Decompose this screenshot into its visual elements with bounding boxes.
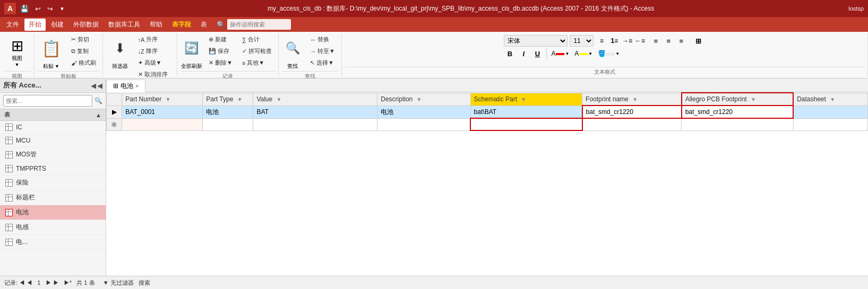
col-header-part-type[interactable]: Part Type ▼ bbox=[203, 93, 253, 106]
col-filter-datasheet[interactable]: ▼ bbox=[830, 97, 835, 102]
align-right-button[interactable]: ≡ bbox=[675, 35, 687, 47]
goto-button[interactable]: → 转至▼ bbox=[307, 46, 338, 57]
nav-item-battery[interactable]: 电池 bbox=[0, 205, 106, 220]
underline-button[interactable]: U bbox=[531, 48, 543, 59]
total-button[interactable]: ∑ 合计 bbox=[239, 34, 275, 45]
cell-new-schematic[interactable] bbox=[470, 118, 582, 130]
background-color-button[interactable]: 🪣 ▼ bbox=[597, 49, 621, 58]
menu-help[interactable]: 帮助 bbox=[145, 19, 167, 31]
filter-button[interactable]: ⬇ bbox=[109, 34, 131, 63]
cell-new-2[interactable] bbox=[203, 118, 253, 130]
highlight-color-button[interactable]: A ▼ bbox=[573, 49, 594, 58]
view-button[interactable]: ⊞ 视图 ▼ bbox=[3, 34, 31, 70]
align-left-button[interactable]: ≡ bbox=[650, 35, 661, 47]
more-title-button[interactable]: ▼ bbox=[57, 5, 67, 13]
numbering-button[interactable]: 1≡ bbox=[608, 35, 620, 47]
redo-button[interactable]: ↪ bbox=[45, 4, 55, 14]
replace-button[interactable]: ↔ 替换 bbox=[307, 34, 338, 45]
find-button[interactable]: 🔍 bbox=[282, 34, 304, 63]
select-button[interactable]: ↖ 选择▼ bbox=[307, 57, 338, 68]
new-record-button[interactable]: ⊕ 新建 bbox=[205, 34, 236, 45]
cell-datasheet-1[interactable] bbox=[793, 106, 867, 118]
nav-item-mos[interactable]: MOS管 bbox=[0, 147, 106, 162]
delete-button[interactable]: ✕ 删除▼ bbox=[205, 57, 236, 68]
indent-less-button[interactable]: ←≡ bbox=[634, 35, 646, 47]
col-header-part-number[interactable]: Part Number ▼ bbox=[122, 93, 203, 106]
row-selector-new[interactable]: ✱ bbox=[107, 118, 122, 130]
bold-button[interactable]: B bbox=[504, 48, 515, 59]
font-color-arrow[interactable]: ▼ bbox=[565, 51, 569, 56]
highlight-arrow[interactable]: ▼ bbox=[588, 51, 592, 56]
cell-new-4[interactable] bbox=[377, 118, 470, 130]
col-header-allegro-footprint[interactable]: Allegro PCB Footprint ▼ bbox=[682, 93, 793, 106]
menu-create[interactable]: 创建 bbox=[47, 19, 68, 31]
grid-button[interactable]: ⊞ bbox=[691, 35, 705, 47]
ascending-button[interactable]: ↑A 升序 bbox=[135, 34, 171, 45]
tab-close-button[interactable]: × bbox=[135, 83, 139, 89]
nav-search-icon[interactable]: 🔍 bbox=[94, 97, 102, 104]
menu-tablefields[interactable]: 表字段 bbox=[168, 19, 195, 31]
font-color-button[interactable]: A ▼ bbox=[550, 49, 570, 58]
col-filter-allegro-footprint[interactable]: ▼ bbox=[751, 97, 756, 102]
align-center-button[interactable]: ≡ bbox=[663, 35, 674, 47]
refresh-all-button[interactable]: 🔄 bbox=[181, 34, 202, 63]
nav-item-tmpprts[interactable]: TMPPRTS bbox=[0, 162, 106, 176]
undo-button[interactable]: ↩ bbox=[33, 4, 43, 14]
cut-button[interactable]: ✂ 剪切 bbox=[68, 34, 99, 45]
table-container[interactable]: Part Number ▼ Part Type ▼ Value ▼ Desc bbox=[106, 92, 868, 276]
format-painter-button[interactable]: 🖌 格式刷 bbox=[68, 57, 99, 68]
nav-item-more[interactable]: 电... bbox=[0, 235, 106, 250]
nav-arrow-right[interactable]: ◀ bbox=[97, 82, 102, 90]
col-header-description[interactable]: Description ▼ bbox=[377, 93, 470, 106]
copy-button[interactable]: ⧉ 复制 bbox=[68, 46, 99, 57]
cell-description-1[interactable]: 电池 bbox=[377, 106, 470, 118]
italic-button[interactable]: I bbox=[518, 48, 529, 59]
cell-new-datasheet[interactable] bbox=[793, 118, 867, 130]
col-header-footprint-name[interactable]: Footprint name ▼ bbox=[582, 93, 682, 106]
cell-part-type-1[interactable]: 电池 bbox=[203, 106, 253, 118]
tab-battery[interactable]: ⊞ 电池 × bbox=[106, 80, 145, 92]
nav-item-inductor[interactable]: 电感 bbox=[0, 220, 106, 235]
font-selector[interactable]: 宋体 bbox=[504, 35, 568, 47]
bg-color-arrow[interactable]: ▼ bbox=[615, 51, 620, 56]
col-filter-value[interactable]: ▼ bbox=[277, 97, 282, 102]
nav-section-arrow[interactable]: ▲ bbox=[96, 112, 101, 118]
menu-file[interactable]: 文件 bbox=[2, 19, 23, 31]
cell-new-1[interactable] bbox=[122, 118, 203, 130]
indent-more-button[interactable]: →≡ bbox=[621, 35, 633, 47]
cell-value-1[interactable]: BAT bbox=[253, 106, 377, 118]
row-selector-1[interactable]: ▶ bbox=[107, 106, 122, 118]
advanced-button[interactable]: ✦ 高级▼ bbox=[135, 57, 171, 68]
col-filter-schematic-part[interactable]: ▼ bbox=[521, 97, 526, 102]
nav-item-title[interactable]: 标题栏 bbox=[0, 190, 106, 205]
save-record-button[interactable]: 💾 保存 bbox=[205, 46, 236, 57]
menu-external[interactable]: 外部数据 bbox=[69, 19, 103, 31]
col-header-schematic-part[interactable]: Schematic Part ▼ bbox=[470, 93, 582, 106]
nav-search-input[interactable] bbox=[3, 95, 92, 107]
menu-start[interactable]: 开始 bbox=[24, 19, 46, 31]
cell-new-allegro[interactable] bbox=[682, 118, 793, 130]
spellcheck-button[interactable]: ✓ 拼写检查 bbox=[239, 46, 275, 57]
col-header-datasheet[interactable]: Datasheet ▼ bbox=[793, 93, 867, 106]
bullets-button[interactable]: ≡ bbox=[596, 35, 607, 47]
descending-button[interactable]: ↓Z 降序 bbox=[135, 46, 171, 57]
cell-schematic-part-1[interactable]: bat\BAT bbox=[470, 106, 582, 118]
nav-arrow-left[interactable]: ◀ bbox=[91, 82, 96, 90]
cell-part-number-1[interactable]: BAT_0001 bbox=[122, 106, 203, 118]
col-filter-footprint-name[interactable]: ▼ bbox=[632, 97, 638, 102]
col-filter-part-type[interactable]: ▼ bbox=[237, 97, 243, 102]
col-filter-part-number[interactable]: ▼ bbox=[166, 97, 171, 102]
paste-button[interactable]: 📋 bbox=[38, 34, 65, 63]
col-header-value[interactable]: Value ▼ bbox=[253, 93, 377, 106]
nav-item-fuse[interactable]: 保险 bbox=[0, 176, 106, 190]
cell-new-footprint[interactable] bbox=[582, 118, 682, 130]
save-title-button[interactable]: 💾 bbox=[18, 4, 31, 14]
col-filter-description[interactable]: ▼ bbox=[417, 97, 422, 102]
nav-item-mcu[interactable]: MCU bbox=[0, 134, 106, 147]
cell-allegro-footprint-1[interactable]: bat_smd_cr1220 bbox=[682, 106, 793, 118]
menu-search-input[interactable] bbox=[227, 19, 291, 30]
menu-dbtools[interactable]: 数据库工具 bbox=[104, 19, 144, 31]
font-size-selector[interactable]: 11 bbox=[570, 35, 594, 47]
nav-item-ic[interactable]: IC bbox=[0, 121, 106, 134]
cell-new-3[interactable] bbox=[253, 118, 377, 130]
